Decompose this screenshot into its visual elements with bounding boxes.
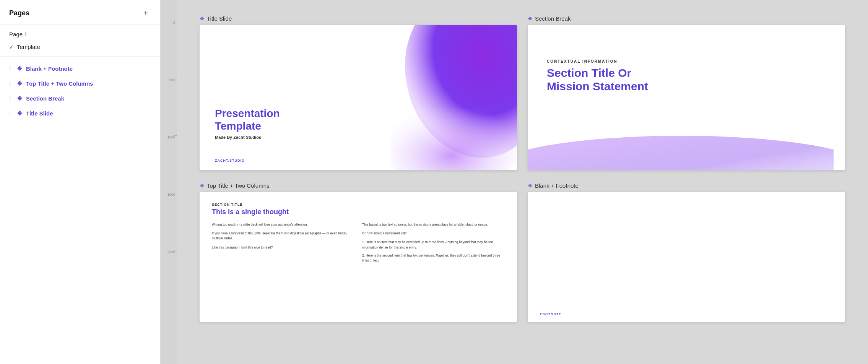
tc-col2-item2: 2. Here is the second item that has two …	[362, 253, 505, 263]
page-item-template[interactable]: ✓ Template	[0, 41, 160, 53]
template-label: Template	[17, 44, 40, 50]
title-slide-label-text: Title Slide	[207, 15, 232, 22]
tc-col-right: This layout is two text columns, but thi…	[362, 222, 505, 266]
section-break-wrapper: ❖ Section Break CONTEXTUAL INFORMATION S…	[528, 15, 845, 170]
layout-item-top-title-two-columns[interactable]: ⋮ ❖ Top Title + Two Columns	[0, 76, 160, 91]
tc-col1-p3: Like this paragraph. Isn't this nice to …	[212, 245, 354, 250]
check-icon: ✓	[9, 44, 14, 50]
canvas-row-2: ❖ Top Title + Two Columns Section Title …	[200, 182, 845, 322]
tc-columns: Writing too much in a slide deck will lo…	[212, 222, 505, 266]
drag-handle-icon: ⋮	[8, 66, 12, 72]
ruler-mark-500: 500	[169, 78, 175, 82]
page-list: Page 1 ✓ Template	[0, 25, 160, 57]
page1-label: Page 1	[9, 31, 28, 37]
canvas-row-1: ❖ Title Slide	[200, 15, 845, 170]
two-col-card[interactable]: Section Title This is a single thought W…	[200, 192, 517, 322]
purple-blob-svg	[391, 25, 517, 170]
tc-col1-p1: Writing too much in a slide deck will lo…	[212, 222, 354, 227]
two-col-label-text: Top Title + Two Columns	[207, 182, 270, 189]
title-slide-brand: ZACHT.STUDIO	[215, 159, 245, 162]
tc-title: This is a single thought	[212, 208, 505, 216]
title-slide-content: Presentation Template Made By Zacht Stud…	[215, 107, 322, 140]
layout-diamond-icon-2: ❖	[17, 80, 22, 87]
svg-point-2	[528, 136, 834, 170]
section-break-label-text: Section Break	[535, 15, 571, 22]
add-page-button[interactable]: +	[140, 8, 151, 18]
drag-handle-icon-4: ⋮	[8, 111, 12, 116]
layout-diamond-icon: ❖	[17, 65, 22, 72]
layout-diamond-icon-3: ❖	[17, 95, 22, 102]
section-break-content: CONTEXTUAL INFORMATION Section Title Or …	[547, 59, 669, 93]
layout-item-section-break[interactable]: ⋮ ❖ Section Break	[0, 91, 160, 106]
canvas: ❖ Title Slide	[177, 0, 868, 364]
title-slide-subtitle: Made By Zacht Studios	[215, 135, 322, 140]
svg-point-1	[391, 86, 517, 170]
layout-blank-footnote-label: Blank + Footnote	[26, 65, 73, 72]
two-col-label: ❖ Top Title + Two Columns	[200, 182, 517, 189]
section-break-label-icon: ❖	[528, 16, 533, 22]
tc-section-label: Section Title	[212, 203, 505, 206]
ruler-mark-1500: 1500	[167, 193, 175, 197]
title-slide-label: ❖ Title Slide	[200, 15, 517, 22]
ruler: 0 500 1000 1500 2000	[161, 0, 177, 364]
page-item-page1[interactable]: Page 1	[0, 28, 160, 41]
two-col-wrapper: ❖ Top Title + Two Columns Section Title …	[200, 182, 517, 322]
drag-handle-icon-3: ⋮	[8, 96, 12, 101]
tc-col2-p2: Or how about a numbered list?	[362, 231, 505, 236]
section-break-label: ❖ Section Break	[528, 15, 845, 22]
footnote-text: FOOTNOTE	[540, 312, 561, 316]
layout-section-break-label: Section Break	[26, 95, 64, 102]
tc-col1-p2: If you have a long trail of thoughts, se…	[212, 231, 354, 241]
blank-footnote-label-icon: ❖	[528, 183, 533, 189]
sidebar-header: Pages +	[0, 0, 160, 25]
section-break-gradient-svg	[528, 124, 834, 170]
blank-footnote-wrapper: ❖ Blank + Footnote FOOTNOTE	[528, 182, 845, 322]
title-slide-label-icon: ❖	[200, 16, 205, 22]
ruler-mark-1000: 1000	[167, 135, 175, 139]
layout-top-title-two-columns-label: Top Title + Two Columns	[26, 80, 93, 87]
pages-title: Pages	[9, 9, 29, 17]
ruler-mark-0: 0	[173, 21, 175, 24]
sb-title: Section Title Or Mission Statement	[547, 67, 669, 93]
blank-footnote-card[interactable]: FOOTNOTE	[528, 192, 845, 322]
layout-diamond-icon-4: ❖	[17, 110, 22, 117]
section-break-card[interactable]: CONTEXTUAL INFORMATION Section Title Or …	[528, 25, 845, 170]
layout-item-title-slide[interactable]: ⋮ ❖ Title Slide	[0, 106, 160, 121]
title-slide-bg	[343, 25, 517, 170]
sb-contextual: CONTEXTUAL INFORMATION	[547, 59, 669, 63]
title-slide-card[interactable]: Presentation Template Made By Zacht Stud…	[200, 25, 517, 170]
sidebar: Pages + Page 1 ✓ Template ⋮ ❖ Blank + Fo…	[0, 0, 161, 364]
layout-item-blank-footnote[interactable]: ⋮ ❖ Blank + Footnote	[0, 61, 160, 76]
tc-col2-p1: This layout is two text columns, but thi…	[362, 222, 505, 227]
blank-footnote-label-text: Blank + Footnote	[535, 182, 579, 189]
drag-handle-icon-2: ⋮	[8, 81, 12, 86]
title-slide-main-title: Presentation Template	[215, 107, 322, 133]
tc-col-left: Writing too much in a slide deck will lo…	[212, 222, 354, 266]
tc-col2-item1: 1. Here is an item that may be extended …	[362, 240, 505, 250]
two-col-label-icon: ❖	[200, 183, 205, 189]
layout-title-slide-label: Title Slide	[26, 110, 53, 117]
layout-list: ⋮ ❖ Blank + Footnote ⋮ ❖ Top Title + Two…	[0, 57, 160, 364]
ruler-mark-2000: 2000	[167, 250, 175, 254]
blank-footnote-label: ❖ Blank + Footnote	[528, 182, 845, 189]
title-slide-wrapper: ❖ Title Slide	[200, 15, 517, 170]
